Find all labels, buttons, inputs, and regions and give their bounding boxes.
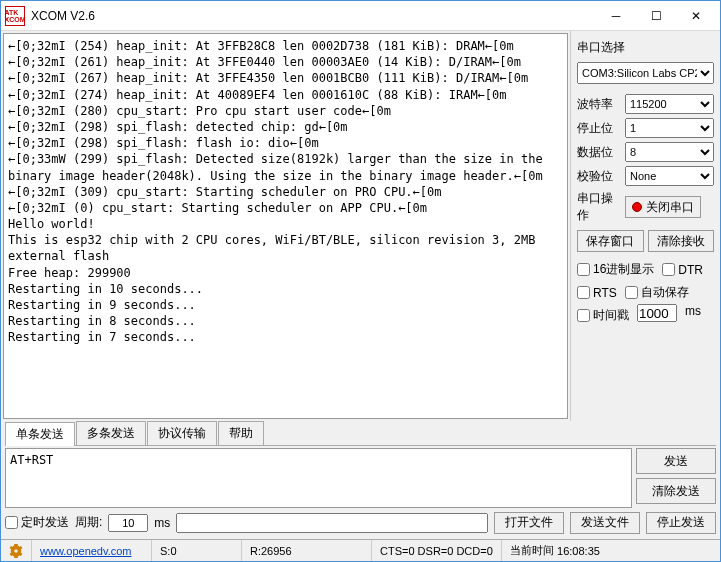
timed-send-checkbox[interactable]: 定时发送 — [5, 514, 69, 531]
window-title: XCOM V2.6 — [31, 9, 596, 23]
send-button[interactable]: 发送 — [636, 448, 716, 474]
stop-select[interactable]: 1 — [625, 118, 714, 138]
maximize-button[interactable]: ☐ — [636, 2, 676, 30]
rts-checkbox[interactable]: RTS — [577, 284, 617, 301]
statusbar: www.openedv.com S:0 R:26956 CTS=0 DSR=0 … — [1, 539, 720, 561]
signal-status: CTS=0 DSR=0 DCD=0 — [372, 540, 502, 561]
baud-label: 波特率 — [577, 96, 621, 113]
period-input[interactable] — [108, 514, 148, 532]
tab-single[interactable]: 单条发送 — [5, 422, 75, 446]
window-controls: ─ ☐ ✕ — [596, 2, 716, 30]
minimize-button[interactable]: ─ — [596, 2, 636, 30]
app-window: ATKXCOM XCOM V2.6 ─ ☐ ✕ ←[0;32mI (254) h… — [0, 0, 721, 562]
period-label: 周期: — [75, 514, 102, 531]
timestamp-unit: ms — [685, 304, 701, 327]
recv-count: R:26956 — [242, 540, 372, 561]
file-path-input[interactable] — [176, 513, 488, 533]
stop-label: 停止位 — [577, 120, 621, 137]
port-select[interactable]: COM3:Silicon Labs CP2 — [577, 62, 714, 84]
port-select-label: 串口选择 — [577, 39, 714, 56]
settings-icon[interactable] — [1, 540, 32, 561]
app-icon: ATKXCOM — [5, 6, 25, 26]
port-toggle-button[interactable]: 关闭串口 — [625, 196, 701, 218]
tabs: 单条发送 多条发送 协议传输 帮助 — [5, 421, 716, 446]
send-file-button[interactable]: 发送文件 — [570, 512, 640, 534]
parity-select[interactable]: None — [625, 166, 714, 186]
tab-multi[interactable]: 多条发送 — [76, 421, 146, 445]
close-button[interactable]: ✕ — [676, 2, 716, 30]
dtr-checkbox[interactable]: DTR — [662, 261, 703, 278]
baud-select[interactable]: 115200 — [625, 94, 714, 114]
period-unit: ms — [154, 516, 170, 530]
tab-help[interactable]: 帮助 — [218, 421, 264, 445]
timestamp-checkbox[interactable]: 时间戳 — [577, 307, 629, 324]
autosave-checkbox[interactable]: 自动保存 — [625, 284, 689, 301]
send-input[interactable]: AT+RST — [5, 448, 632, 508]
log-output[interactable]: ←[0;32mI (254) heap_init: At 3FFB28C8 le… — [3, 33, 568, 419]
sidebar: 串口选择 COM3:Silicon Labs CP2 波特率115200 停止位… — [570, 31, 720, 421]
timestamp-input[interactable] — [637, 304, 677, 322]
tab-protocol[interactable]: 协议传输 — [147, 421, 217, 445]
clear-recv-button[interactable]: 清除接收 — [648, 230, 715, 252]
data-select[interactable]: 8 — [625, 142, 714, 162]
titlebar: ATKXCOM XCOM V2.6 ─ ☐ ✕ — [1, 1, 720, 31]
port-toggle-label: 关闭串口 — [646, 199, 694, 216]
url-link[interactable]: www.openedv.com — [40, 545, 132, 557]
op-label: 串口操作 — [577, 190, 621, 224]
stop-send-button[interactable]: 停止发送 — [646, 512, 716, 534]
hex-display-checkbox[interactable]: 16进制显示 — [577, 261, 654, 278]
send-area: AT+RST 发送 清除发送 — [5, 448, 716, 508]
clear-send-button[interactable]: 清除发送 — [636, 478, 716, 504]
current-time: 当前时间 16:08:35 — [502, 540, 720, 561]
open-file-button[interactable]: 打开文件 — [494, 512, 564, 534]
status-indicator-icon — [632, 202, 642, 212]
sent-count: S:0 — [152, 540, 242, 561]
main-body: ←[0;32mI (254) heap_init: At 3FFB28C8 le… — [1, 31, 720, 421]
data-label: 数据位 — [577, 144, 621, 161]
parity-label: 校验位 — [577, 168, 621, 185]
save-window-button[interactable]: 保存窗口 — [577, 230, 644, 252]
